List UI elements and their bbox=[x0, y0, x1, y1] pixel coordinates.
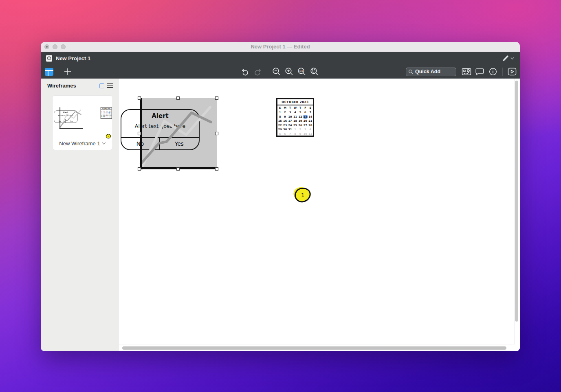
sidebar-toggle-button[interactable] bbox=[45, 68, 53, 76]
alert-buttons-row: No Yes bbox=[54, 119, 77, 123]
calendar-date: 19 bbox=[298, 119, 303, 123]
alert-yes-button[interactable]: Yes bbox=[160, 138, 199, 149]
calendar-date: 8 bbox=[293, 132, 297, 136]
calendar-date: 13 bbox=[303, 115, 308, 119]
toolbar-separator bbox=[267, 68, 267, 76]
annotation-marker[interactable]: 1 bbox=[293, 186, 312, 204]
calendar-date: 3 bbox=[303, 127, 308, 132]
wireframe-scene: Alert Alert text goes here No Yes bbox=[53, 101, 112, 139]
calendar-date: 8 bbox=[277, 115, 282, 119]
annotation-marker[interactable]: 1 bbox=[106, 134, 111, 139]
wireframe-card[interactable]: Alert Alert text goes here No Yes bbox=[52, 95, 113, 150]
scrollbar-divider bbox=[514, 79, 515, 344]
zoom-in-icon[interactable] bbox=[284, 67, 294, 77]
window-title: New Project 1 — Edited bbox=[41, 42, 520, 52]
calendar-title: OCTOBER 2023 bbox=[101, 107, 112, 109]
alert-yes-button[interactable]: Yes bbox=[66, 119, 77, 123]
vertical-scrollbar-thumb[interactable] bbox=[515, 81, 518, 322]
desktop-background: New Project 1 — Edited New Project 1 bbox=[0, 0, 561, 392]
zoom-to-fit-icon[interactable] bbox=[310, 67, 319, 77]
calendar-date: 30 bbox=[282, 127, 287, 132]
play-presentation-button[interactable] bbox=[507, 67, 517, 77]
sidebar-title: Wireframes bbox=[47, 83, 76, 89]
add-element-button[interactable] bbox=[63, 67, 73, 77]
alert-no-button[interactable]: No bbox=[54, 119, 66, 123]
calendar-date: 5 bbox=[298, 110, 303, 115]
zoom-out-icon[interactable] bbox=[272, 67, 282, 77]
calendar-date: 7 bbox=[288, 132, 293, 136]
calendar-date: 12 bbox=[298, 115, 303, 119]
pencil-icon bbox=[502, 55, 509, 62]
quick-add-field[interactable]: Quick Add bbox=[406, 68, 456, 76]
calendar-date: 20 bbox=[303, 119, 308, 123]
calendar-day-letters: SMTWTFS bbox=[277, 105, 313, 110]
main-toolbar: 1:1 Quick Add bbox=[41, 65, 520, 79]
grid-view-icon[interactable] bbox=[99, 83, 104, 88]
calendar-day-letter: W bbox=[293, 106, 297, 110]
alert-no-button[interactable]: No bbox=[121, 138, 160, 149]
edit-tool-button[interactable] bbox=[502, 55, 515, 62]
calendar-date: 1 bbox=[293, 127, 297, 132]
quick-add-placeholder: Quick Add bbox=[415, 69, 440, 74]
list-view-icon[interactable] bbox=[107, 83, 113, 88]
calendar-day-letter: S bbox=[308, 106, 313, 110]
calendar-date: 10 bbox=[303, 132, 308, 136]
toolbar-separator bbox=[502, 68, 503, 76]
horizontal-scrollbar-thumb[interactable] bbox=[122, 346, 506, 350]
alert-buttons-row: No Yes bbox=[121, 137, 199, 149]
calendar-date: 2 bbox=[282, 110, 287, 115]
calendar-day-letter: T bbox=[288, 106, 293, 110]
project-header: New Project 1 bbox=[41, 52, 520, 65]
calendar-title: OCTOBER 2023 bbox=[277, 99, 313, 105]
calendar-wireframe[interactable]: OCTOBER 2023 SMTWTFS 1234567891011121314… bbox=[276, 98, 314, 137]
calendar-day-letter: M bbox=[282, 106, 287, 110]
calendar-date: 10 bbox=[288, 115, 293, 119]
calendar-day-letter: S bbox=[277, 106, 282, 110]
wireframe-name[interactable]: New Wireframe 1 bbox=[59, 140, 100, 147]
svg-text:1:1: 1:1 bbox=[299, 70, 303, 72]
alert-dialog-wireframe[interactable]: Alert Alert text goes here No Yes bbox=[121, 109, 200, 150]
calendar-date: 18 bbox=[293, 119, 297, 123]
calendar-wireframe[interactable]: OCTOBER 2023 SMTWTFS 1234567891011121314… bbox=[101, 107, 112, 119]
calendar-date: 4 bbox=[293, 110, 297, 115]
window-titlebar: New Project 1 — Edited bbox=[41, 42, 520, 52]
wireframes-sidebar: Wireframes Alert Alert text goes here No bbox=[41, 79, 119, 351]
calendar-day-letter: F bbox=[303, 106, 308, 110]
comments-icon[interactable] bbox=[475, 67, 485, 77]
calendar-date: 29 bbox=[277, 127, 282, 132]
horizontal-scrollbar[interactable] bbox=[119, 344, 515, 351]
alert-body-text: Alert text goes here bbox=[54, 115, 77, 117]
project-name: New Project 1 bbox=[56, 55, 90, 61]
calendar-date: 9 bbox=[282, 115, 287, 119]
calendar-date: 3 bbox=[288, 110, 293, 115]
calendar-date: 11 bbox=[308, 132, 313, 136]
redo-button[interactable] bbox=[253, 67, 262, 76]
app-window: New Project 1 — Edited New Project 1 bbox=[41, 42, 520, 351]
canvas[interactable]: Alert Alert text goes here No Yes bbox=[119, 79, 520, 351]
alert-dialog-wireframe[interactable]: Alert Alert text goes here No Yes bbox=[54, 111, 77, 123]
calendar-date: 5 bbox=[277, 132, 282, 136]
calendar-dates: 1234567891011121314151617181920212223242… bbox=[277, 110, 313, 136]
calendar-date: 27 bbox=[303, 123, 308, 128]
calendar-date: 31 bbox=[288, 127, 293, 132]
marker-number: 1 bbox=[108, 136, 109, 138]
calendar-date: 23 bbox=[282, 123, 287, 128]
calendar-date: 21 bbox=[308, 119, 313, 123]
calendar-date: 11 bbox=[293, 115, 297, 119]
calendar-date: 24 bbox=[288, 123, 293, 128]
wireframe-thumbnail: Alert Alert text goes here No Yes bbox=[53, 101, 112, 139]
calendar-date: 4 bbox=[308, 127, 313, 132]
elements-library-icon[interactable] bbox=[461, 67, 472, 77]
calendar-day-letter: T bbox=[298, 106, 303, 110]
undo-button[interactable] bbox=[240, 67, 249, 76]
info-icon[interactable] bbox=[488, 67, 498, 77]
chevron-down-icon[interactable] bbox=[102, 142, 106, 145]
calendar-date: 25 bbox=[293, 123, 297, 128]
calendar-date: 28 bbox=[308, 123, 313, 128]
alert-title: Alert bbox=[54, 112, 77, 114]
chevron-down-icon bbox=[510, 57, 514, 60]
document-icon bbox=[46, 55, 53, 62]
calendar-date: 16 bbox=[282, 119, 287, 123]
calendar-date: 9 bbox=[298, 132, 303, 136]
zoom-actual-size-icon[interactable]: 1:1 bbox=[297, 67, 307, 77]
